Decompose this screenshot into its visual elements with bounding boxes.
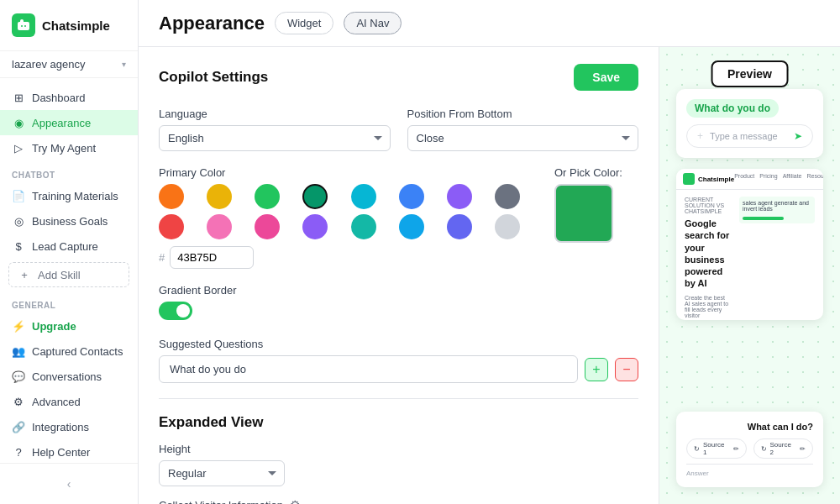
preview-input-placeholder: Type a message xyxy=(710,131,787,141)
swatch-red[interactable] xyxy=(159,214,184,239)
chat-icon: 💬 xyxy=(12,370,25,383)
color-picker-group: Or Pick Color: xyxy=(554,166,638,243)
sidebar-item-captured-contacts[interactable]: 👥 Captured Contacts xyxy=(0,339,138,364)
swatch-pink[interactable] xyxy=(207,214,232,239)
sidebar-item-label: Captured Contacts xyxy=(32,345,123,358)
save-button[interactable]: Save xyxy=(574,64,638,91)
preview-content-right: sales agent generate and invert leads xyxy=(739,197,815,320)
preview-sales-agent-box: sales agent generate and invert leads xyxy=(739,197,815,223)
position-select[interactable]: Close xyxy=(407,125,639,151)
preview-website-desc: Create the best AI sales agent to fill l… xyxy=(685,295,731,318)
sidebar-item-help-center[interactable]: ? Help Center xyxy=(0,439,138,463)
preview-sources: ↻ Source 1 ✏ ↻ Source 2 ✏ xyxy=(686,438,813,459)
expanded-view-title: Expanded View xyxy=(159,414,638,431)
section-header: Copilot Settings Save xyxy=(159,64,638,91)
hex-label: # xyxy=(159,251,165,264)
target-icon: ◎ xyxy=(12,214,25,228)
agency-name: lazarev agency xyxy=(12,58,85,71)
cog-icon: ⚙ xyxy=(12,395,25,408)
preview-nav: Chatsimple Product Pricing Affiliate Res… xyxy=(676,169,823,190)
sidebar: Chatsimple lazarev agency ▾ ⊞ Dashboard … xyxy=(0,0,139,504)
swatch-light-gray[interactable] xyxy=(495,214,520,239)
sidebar-item-integrations[interactable]: 🔗 Integrations xyxy=(0,414,138,439)
language-label: Language xyxy=(159,108,391,120)
sidebar-item-label: Help Center xyxy=(32,446,90,459)
gradient-border-section: Gradient Border xyxy=(159,284,638,323)
gradient-border-toggle[interactable] xyxy=(159,302,192,320)
sidebar-item-training-materials[interactable]: 📄 Training Materials xyxy=(0,183,138,208)
sidebar-item-business-goals[interactable]: ◎ Business Goals xyxy=(0,208,138,234)
swatch-yellow[interactable] xyxy=(207,184,232,209)
sidebar-item-upgrade[interactable]: ⚡ Upgrade xyxy=(0,313,138,339)
chatbot-section-label: CHATBOT xyxy=(0,160,138,183)
sidebar-item-appearance[interactable]: ◉ Appearance xyxy=(0,110,138,135)
swatch-blue[interactable] xyxy=(399,184,424,209)
page-title: Appearance xyxy=(159,13,265,34)
color-picker-box[interactable] xyxy=(554,184,613,243)
sidebar-item-add-skill[interactable]: + Add Skill xyxy=(8,262,129,287)
swatch-violet[interactable] xyxy=(302,214,328,239)
swatch-orange[interactable] xyxy=(159,184,184,209)
sidebar-item-advanced[interactable]: ⚙ Advanced xyxy=(0,389,138,414)
tab-widget[interactable]: Widget xyxy=(275,12,333,34)
height-select[interactable]: Regular xyxy=(159,460,285,486)
swatch-green-dark[interactable] xyxy=(302,184,328,209)
sidebar-bottom: ‹ xyxy=(0,463,138,504)
edit-icon: ✏ xyxy=(733,445,739,453)
preview-source-1: ↻ Source 1 ✏ xyxy=(686,438,747,459)
chevron-down-icon: ▾ xyxy=(122,60,126,69)
preview-content-left: CURRENT SOLUTION VS CHATSIMPLE Google se… xyxy=(685,197,731,320)
eye-icon: ◉ xyxy=(12,116,25,129)
plus-icon: + xyxy=(697,130,703,142)
swatch-sky[interactable] xyxy=(399,214,424,239)
position-label: Position From Bottom xyxy=(407,108,639,120)
bolt-icon: ⚡ xyxy=(12,319,25,333)
sidebar-item-label: Lead Capture xyxy=(32,240,98,253)
sidebar-item-label: Dashboard xyxy=(32,92,86,104)
tab-ai-nav[interactable]: AI Nav xyxy=(344,12,402,34)
swatch-pink-dark[interactable] xyxy=(255,214,280,239)
preview-bottom-widget: What can I do? ↻ Source 1 ✏ ↻ Source 2 ✏… xyxy=(676,412,823,487)
suggested-questions-label: Suggested Questions xyxy=(159,338,638,350)
general-section-label: GENERAL xyxy=(0,291,138,313)
nav-link-pricing: Pricing xyxy=(759,173,777,185)
main-content: Appearance Widget AI Nav Copilot Setting… xyxy=(139,0,840,504)
link-icon: 🔗 xyxy=(12,420,25,433)
height-label: Height xyxy=(159,443,638,455)
preview-website-content: CURRENT SOLUTION VS CHATSIMPLE Google se… xyxy=(676,190,823,320)
refresh-icon: ↻ xyxy=(694,445,700,453)
send-icon: ➤ xyxy=(794,130,802,142)
sidebar-item-label: Conversations xyxy=(32,370,102,383)
add-question-button[interactable]: + xyxy=(585,358,608,381)
remove-question-button[interactable]: − xyxy=(615,358,638,381)
sidebar-item-dashboard[interactable]: ⊞ Dashboard xyxy=(0,85,138,110)
sidebar-item-lead-capture[interactable]: $ Lead Capture xyxy=(0,234,138,259)
sidebar-item-label: Business Goals xyxy=(32,215,108,228)
agency-selector[interactable]: lazarev agency ▾ xyxy=(0,51,138,78)
color-swatches xyxy=(159,184,538,239)
sidebar-item-try-my-agent[interactable]: ▷ Try My Agent xyxy=(0,135,138,160)
hex-input[interactable] xyxy=(170,246,254,269)
collapse-sidebar-button[interactable]: ‹ xyxy=(0,470,138,497)
play-icon: ▷ xyxy=(12,141,25,155)
swatch-indigo[interactable] xyxy=(447,214,472,239)
swatch-gray[interactable] xyxy=(495,184,520,209)
preview-sales-agent-text: sales agent generate and invert leads xyxy=(743,200,811,212)
sidebar-item-conversations[interactable]: 💬 Conversations xyxy=(0,364,138,389)
swatch-cyan[interactable] xyxy=(351,184,376,209)
divider xyxy=(159,398,638,399)
swatch-teal[interactable] xyxy=(351,214,376,239)
collect-visitor-settings-icon[interactable]: ⚙ xyxy=(290,498,301,504)
section-title: Copilot Settings xyxy=(159,69,268,86)
source-2-label: Source 2 xyxy=(770,441,797,456)
sidebar-item-label: Advanced xyxy=(32,396,81,408)
preview-chat-widget: What do you do + Type a message ➤ xyxy=(676,89,823,158)
book-icon: 📄 xyxy=(12,189,25,202)
preview-bottom-question: What can I do? xyxy=(686,422,813,432)
language-select[interactable]: English xyxy=(159,125,391,151)
collect-visitor-label: Collect Visitor Information xyxy=(159,499,283,505)
swatch-green-light[interactable] xyxy=(255,184,280,209)
suggested-question-input[interactable] xyxy=(159,355,578,383)
swatch-purple[interactable] xyxy=(447,184,472,209)
svg-rect-0 xyxy=(18,22,29,30)
